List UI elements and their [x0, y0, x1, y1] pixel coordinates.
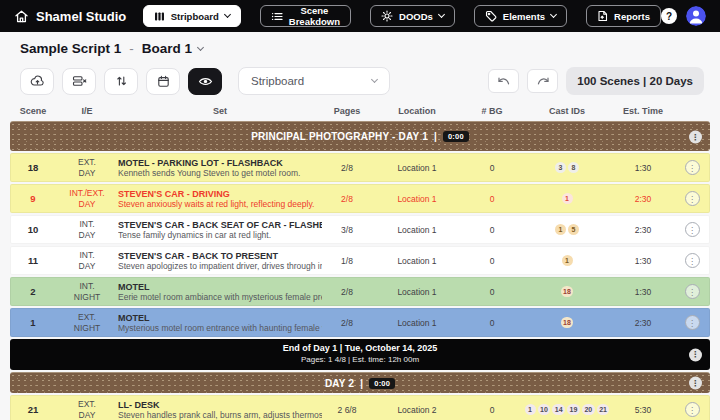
scene-strip-row[interactable]: 2 INT.NIGHT MOTEL Eerie motel room ambia… [10, 277, 710, 306]
day-banner-separator: | [434, 131, 437, 142]
cast-id-pill: 20 [582, 404, 595, 415]
scene-number: 2 [10, 286, 56, 297]
strip-rows-button[interactable] [62, 68, 96, 95]
location-cell: Location 1 [372, 318, 462, 328]
set-cell: MOTEL Eerie motel room ambiance with mys… [118, 282, 322, 302]
upload-button[interactable] [20, 68, 54, 95]
scene-strip-row[interactable]: 9 INT./EXT.DAY STEVEN'S CAR - DRIVING St… [10, 184, 710, 213]
pages-cell: 2/8 [322, 163, 372, 173]
set-cell: MOTEL - PARKING LOT - FLASHBACK Kenneth … [118, 158, 322, 178]
row-menu-button[interactable]: ⋮ [685, 315, 700, 330]
chevron-down-icon [438, 11, 445, 18]
day-banner[interactable]: DAY 2 | 0:00 ⋮ [10, 372, 710, 393]
banner-menu-button[interactable]: ⋮ [689, 377, 702, 390]
set-name: MOTEL [118, 313, 150, 323]
day-banner[interactable]: PRINCIPAL PHOTOGRAPHY - DAY 1 | 0:00 ⋮ [10, 121, 710, 151]
top-navigation-bar: Shamel Studio Stripboard [0, 0, 720, 32]
nav-stripboard-button[interactable]: Stripboard [143, 5, 241, 27]
ie-label: INT.DAY [56, 219, 118, 240]
row-menu-button[interactable]: ⋮ [685, 253, 700, 268]
ie-label: EXT.DAY [56, 157, 118, 178]
pages-cell: 2/8 [322, 318, 372, 328]
location-cell: Location 1 [372, 194, 462, 204]
visibility-button[interactable] [188, 68, 222, 95]
board-name[interactable]: Board 1 [142, 41, 192, 56]
banner-menu-button[interactable]: ⋮ [689, 130, 702, 143]
set-cell: MOTEL Mysterious motel room entrance wit… [118, 313, 322, 333]
set-description: Mysterious motel room entrance with haun… [118, 323, 322, 333]
chevron-down-icon[interactable] [197, 43, 204, 50]
script-name[interactable]: Sample Script 1 [20, 41, 121, 56]
col-scene: Scene [10, 106, 56, 116]
stripboard-table: Scene I/E Set Pages Location # BG Cast I… [0, 103, 720, 420]
sort-button[interactable] [104, 68, 138, 95]
chevron-down-icon [224, 11, 231, 18]
ie-label: INT.NIGHT [56, 281, 118, 302]
cast-ids: 18 [522, 317, 612, 328]
dood-sun-icon [381, 10, 393, 22]
set-cell: STEVEN'S CAR - DRIVING Steven anxiously … [118, 189, 322, 209]
cast-ids: 11014192021 [522, 404, 612, 415]
set-description: Tense family dynamics in car at red ligh… [118, 230, 271, 240]
main-nav: Stripboard Scene Breakdown [143, 5, 661, 27]
row-menu-button[interactable]: ⋮ [685, 402, 700, 417]
set-description: Eerie motel room ambiance with mysteriou… [118, 292, 322, 302]
scene-number: 10 [10, 224, 56, 235]
est-time-cell: 2:30 [612, 225, 674, 235]
location-cell: Location 1 [372, 256, 462, 266]
cast-id-pill: 1 [525, 404, 536, 415]
set-description: Kenneth sends Young Steven to get motel … [118, 168, 300, 178]
redo-button[interactable] [527, 69, 558, 93]
nav-scene-breakdown-button[interactable]: Scene Breakdown [260, 5, 351, 27]
chevron-down-icon [371, 76, 378, 83]
scene-strip-row[interactable]: 11 INT.DAY STEVEN'S CAR - BACK TO PRESEN… [10, 246, 710, 275]
cast-id-pill: 18 [561, 317, 574, 328]
est-time-cell: 5:30 [612, 405, 674, 415]
ie-label: INT./EXT.DAY [56, 188, 118, 209]
view-select[interactable]: Stripboard [238, 67, 390, 95]
scene-strip-row[interactable]: 18 EXT.DAY MOTEL - PARKING LOT - FLASHBA… [10, 153, 710, 182]
bg-count-cell: 0 [462, 194, 522, 204]
day-banner-title: DAY 2 [325, 378, 354, 389]
col-location: Location [372, 106, 462, 116]
view-select-value: Stripboard [251, 75, 304, 87]
nav-elements-button[interactable]: Elements [474, 5, 567, 27]
scene-strip-row[interactable]: 1 EXT.NIGHT MOTEL Mysterious motel room … [10, 308, 710, 337]
row-menu-button[interactable]: ⋮ [685, 284, 700, 299]
scene-number: 9 [10, 193, 56, 204]
row-menu-button[interactable]: ⋮ [685, 160, 700, 175]
ie-label: EXT.DAY [56, 399, 118, 420]
chevron-down-icon [550, 11, 557, 18]
strip-rows-icon [72, 75, 87, 87]
set-name: LL- DESK [118, 400, 160, 410]
calendar-button[interactable] [146, 68, 180, 95]
est-time-cell: 1:30 [612, 256, 674, 266]
nav-reports-button[interactable]: Reports [586, 5, 661, 27]
cast-id-pill: 10 [538, 404, 551, 415]
scene-strip-row[interactable]: 10 INT.DAY STEVEN'S CAR - BACK SEAT OF C… [10, 215, 710, 244]
bg-count-cell: 0 [462, 287, 522, 297]
set-name: MOTEL [118, 282, 150, 292]
pages-cell: 1/8 [322, 256, 372, 266]
scene-number: 18 [10, 162, 56, 173]
set-cell: STEVEN'S CAR - BACK TO PRESENT Steven ap… [118, 251, 322, 271]
location-cell: Location 1 [372, 163, 462, 173]
end-of-day-title: End of Day 1 | Tue, October 14, 2025 [283, 343, 437, 355]
help-button[interactable]: ? [661, 8, 677, 24]
day-banner-title: PRINCIPAL PHOTOGRAPHY - DAY 1 [251, 131, 428, 142]
banner-menu-button[interactable]: ⋮ [689, 348, 702, 361]
undo-button[interactable] [488, 69, 519, 93]
scene-strip-row[interactable]: 21 EXT.DAY LL- DESK Steven handles prank… [10, 395, 710, 420]
table-header: Scene I/E Set Pages Location # BG Cast I… [10, 103, 710, 119]
nav-label: Stripboard [171, 11, 219, 22]
user-avatar[interactable] [686, 6, 706, 26]
cast-id-pill: 3 [555, 162, 566, 173]
upload-icon [30, 75, 45, 87]
row-menu-button[interactable]: ⋮ [685, 222, 700, 237]
brand[interactable]: Shamel Studio [14, 9, 137, 24]
set-description: Steven anxiously waits at red light, ref… [118, 199, 314, 209]
cast-ids: 1 [522, 255, 612, 266]
row-menu-button[interactable]: ⋮ [685, 191, 700, 206]
pages-cell: 2/8 [322, 194, 372, 204]
nav-doods-button[interactable]: DOODs [370, 5, 455, 27]
